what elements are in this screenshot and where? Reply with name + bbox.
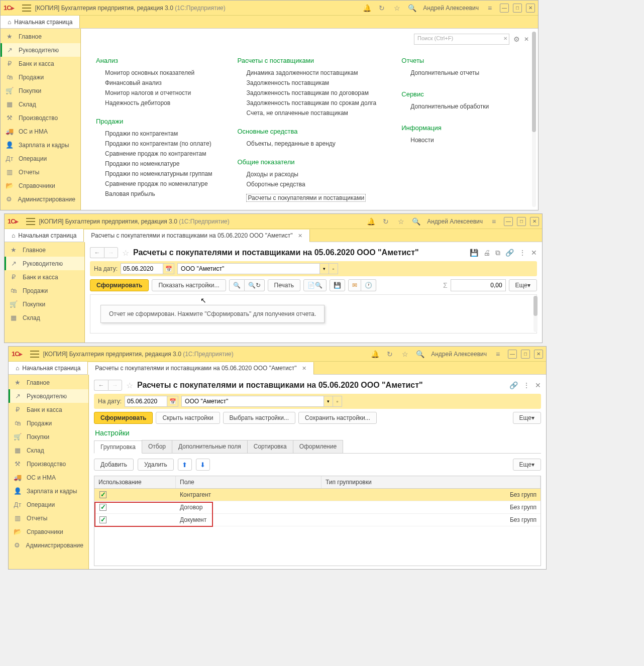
tab-report[interactable]: Расчеты с покупателями и поставщиками на… xyxy=(84,230,309,242)
maximize-button[interactable]: □ xyxy=(517,217,526,226)
sidebar-item-4[interactable]: 🛒Покупки xyxy=(9,430,88,443)
date-input[interactable] xyxy=(121,263,163,274)
back-button[interactable]: ← xyxy=(94,380,108,391)
report-link[interactable]: Продажи по контрагентам xyxy=(105,130,212,137)
report-link[interactable]: Дополнительные отчеты xyxy=(410,69,489,76)
dropdown-icon[interactable]: ▾ xyxy=(320,263,329,274)
report-link[interactable]: Новости xyxy=(410,137,489,144)
report-link[interactable]: Задолженность поставщикам по договорам xyxy=(246,89,376,96)
history-icon[interactable]: ↻ xyxy=(386,350,394,358)
sidebar-item-10[interactable]: ▥Отчеты xyxy=(9,511,88,525)
clear-search-icon[interactable]: ✕ xyxy=(503,36,507,41)
favorite-icon[interactable]: ☆ xyxy=(126,381,133,390)
show-settings-button[interactable]: Показать настройки... xyxy=(152,279,226,291)
menu-lines-icon[interactable]: ≡ xyxy=(486,4,494,12)
select-icon[interactable]: ▫ xyxy=(333,396,342,407)
report-link[interactable]: Динамика задолженности поставщикам xyxy=(246,69,376,76)
tab-home[interactable]: ⌂ Начальная страница xyxy=(5,229,84,242)
tab-close-icon[interactable]: ✕ xyxy=(302,365,306,372)
sidebar-item-2[interactable]: ₽Банк и касса xyxy=(5,270,84,284)
more-button-grid[interactable]: Еще ▾ xyxy=(513,459,541,471)
link-customers-suppliers[interactable]: Расчеты с покупателями и поставщиками xyxy=(246,194,366,202)
print-button[interactable]: Печать xyxy=(268,279,300,291)
zoom-refresh-icon[interactable]: 🔍↻ xyxy=(245,279,265,291)
calendar-icon[interactable]: 📅 xyxy=(167,396,178,407)
minimize-button[interactable]: — xyxy=(500,4,509,13)
report-link[interactable]: Финансовый анализ xyxy=(105,79,212,86)
close-button[interactable]: ✕ xyxy=(530,217,539,226)
settings-tab-2[interactable]: Дополнительные поля xyxy=(172,440,248,453)
sidebar-item-4[interactable]: 🛒Покупки xyxy=(5,297,84,311)
minimize-button[interactable]: — xyxy=(504,217,513,226)
bell-icon[interactable]: 🔔 xyxy=(367,217,375,226)
history-icon[interactable]: ↻ xyxy=(378,4,386,12)
save-settings-button[interactable]: Сохранить настройки... xyxy=(298,412,377,424)
bell-icon[interactable]: 🔔 xyxy=(363,4,371,12)
preview-icon[interactable]: 📄🔍 xyxy=(303,279,327,291)
star-icon[interactable]: ☆ xyxy=(397,217,405,226)
report-link[interactable]: Продажи по номенклатуре xyxy=(105,160,212,167)
sidebar-item-3[interactable]: 🛍Продажи xyxy=(9,416,88,430)
sidebar-item-5[interactable]: ▦Склад xyxy=(9,443,88,457)
report-link[interactable]: Объекты, переданные в аренду xyxy=(246,140,376,147)
report-link[interactable]: Продажи по контрагентам (по оплате) xyxy=(105,140,212,147)
checkbox-icon[interactable]: ✓ xyxy=(99,516,106,523)
favorite-icon[interactable]: ☆ xyxy=(122,248,129,258)
menu-lines-icon[interactable]: ≡ xyxy=(494,350,502,358)
hide-settings-button[interactable]: Скрыть настройки xyxy=(156,412,220,424)
maximize-button[interactable]: □ xyxy=(521,350,530,359)
forward-button[interactable]: → xyxy=(104,247,118,258)
close-panel-icon[interactable]: ✕ xyxy=(524,36,529,43)
settings-tab-1[interactable]: Отбор xyxy=(142,440,172,453)
sidebar-item-7[interactable]: 🚚ОС и НМА xyxy=(1,125,80,138)
checkbox-icon[interactable]: ✓ xyxy=(99,504,106,511)
date-input[interactable] xyxy=(125,396,167,407)
calendar-icon[interactable]: 📅 xyxy=(163,263,174,274)
hamburger-icon[interactable] xyxy=(26,218,35,225)
report-link[interactable]: Монитор налогов и отчетности xyxy=(105,89,212,96)
save-icon[interactable]: 💾 xyxy=(470,249,478,257)
sidebar-item-1[interactable]: ↗Руководителю xyxy=(9,389,88,403)
tab-home[interactable]: ⌂ Начальная страница xyxy=(9,362,88,374)
close-button[interactable]: ✕ xyxy=(526,4,535,13)
zoom-in-icon[interactable]: 🔍 xyxy=(229,279,245,291)
sidebar-item-2[interactable]: ₽Банк и касса xyxy=(1,57,80,70)
sidebar-item-12[interactable]: ⚙Администрирование xyxy=(9,538,88,552)
sidebar-item-1[interactable]: ↗Руководителю xyxy=(5,257,84,270)
report-link[interactable]: Оборотные средства xyxy=(246,181,376,188)
report-link[interactable]: Дополнительные обработки xyxy=(410,103,489,110)
report-link[interactable]: Монитор основных показателей xyxy=(105,69,212,76)
tab-close-icon[interactable]: ✕ xyxy=(298,233,302,239)
settings-tab-3[interactable]: Сортировка xyxy=(247,440,293,453)
close-panel-icon[interactable]: ✕ xyxy=(535,381,541,389)
search-icon[interactable]: 🔍 xyxy=(408,4,416,12)
report-link[interactable]: Валовая прибыль xyxy=(105,190,212,197)
sidebar-item-6[interactable]: ⚒Производство xyxy=(9,457,88,471)
form-button[interactable]: Сформировать xyxy=(90,279,149,291)
grid-row[interactable]: ✓КонтрагентБез групп xyxy=(94,489,541,501)
report-link[interactable]: Задолженность поставщикам xyxy=(246,79,376,86)
star-icon[interactable]: ☆ xyxy=(401,350,409,358)
forward-button[interactable]: → xyxy=(108,380,122,391)
sidebar-item-3[interactable]: 🛍Продажи xyxy=(5,284,84,297)
move-down-icon[interactable]: ⬇ xyxy=(196,459,210,471)
report-link[interactable]: Задолженность поставщикам по срокам долг… xyxy=(246,99,376,106)
kebab-icon[interactable]: ⋮ xyxy=(519,249,526,257)
form-button[interactable]: Сформировать xyxy=(94,412,153,424)
sidebar-item-0[interactable]: ★Главное xyxy=(1,30,80,43)
tab-home[interactable]: ⌂ Начальная страница xyxy=(1,16,80,28)
report-link[interactable]: Доходы и расходы xyxy=(246,171,376,178)
settings-tab-4[interactable]: Оформление xyxy=(293,440,343,453)
org-input[interactable] xyxy=(181,396,324,407)
export-icon[interactable]: ⧉ xyxy=(495,249,500,257)
settings-tab-0[interactable]: Группировка xyxy=(94,440,142,454)
close-panel-icon[interactable]: ✕ xyxy=(531,249,537,257)
sidebar-item-12[interactable]: ⚙Администрирование xyxy=(1,192,80,206)
bell-icon[interactable]: 🔔 xyxy=(371,350,379,358)
more-button[interactable]: Еще ▾ xyxy=(513,412,541,424)
report-link[interactable]: Надежность дебиторов xyxy=(105,99,212,106)
sidebar-item-7[interactable]: 🚚ОС и НМА xyxy=(9,471,88,484)
sidebar-item-8[interactable]: 👤Зарплата и кадры xyxy=(1,138,80,152)
link-icon[interactable]: 🔗 xyxy=(505,249,514,257)
grid-row[interactable]: ✓ДоговорБез групп xyxy=(94,501,541,514)
